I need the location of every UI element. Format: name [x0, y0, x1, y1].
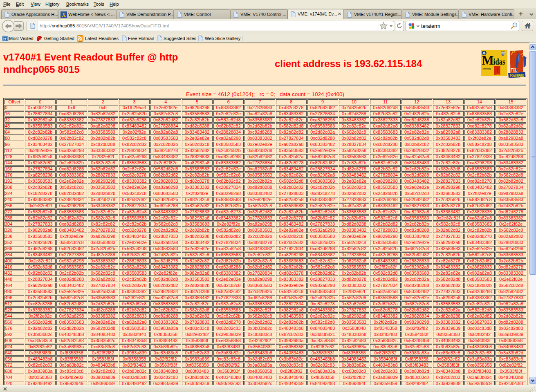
svg-text:M: M [482, 53, 494, 67]
svg-text:idas: idas [493, 57, 505, 66]
svg-text:TCL: TCL [511, 68, 517, 72]
svg-text:POWERED: POWERED [510, 73, 524, 78]
svg-text:L P A R: L P A R [495, 74, 500, 75]
svg-text:powered by: powered by [483, 67, 491, 70]
svg-text:X: X [62, 12, 66, 18]
